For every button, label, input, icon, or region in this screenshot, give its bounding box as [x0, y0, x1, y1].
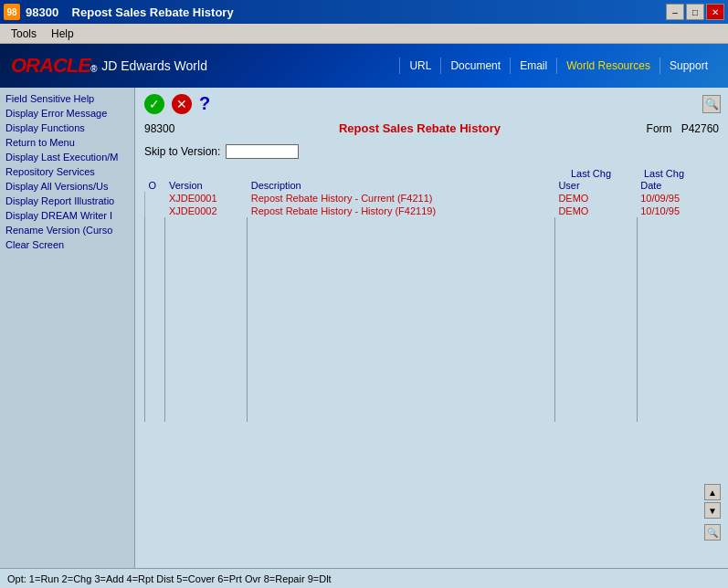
- sidebar-item-display-functions[interactable]: Display Functions: [0, 121, 134, 135]
- table-row[interactable]: XJDE0001 Repost Rebate History - Current…: [145, 192, 720, 205]
- nav-url[interactable]: URL: [399, 58, 440, 74]
- empty-row: [145, 217, 720, 230]
- form-id: Form P42760: [647, 122, 719, 135]
- ok-button[interactable]: ✓: [144, 94, 164, 114]
- empty-row: [145, 371, 720, 383]
- cell-user: DEMO: [554, 205, 637, 217]
- sidebar-item-display-last-execution[interactable]: Display Last Execution/M: [0, 150, 134, 164]
- col-header-description: Description: [248, 179, 555, 192]
- col-header-o: O: [145, 179, 165, 192]
- help-button[interactable]: ?: [199, 93, 210, 114]
- sidebar: Field Sensitive Help Display Error Messa…: [0, 88, 135, 568]
- scroll-buttons: ▲ ▼ 🔍: [704, 484, 721, 541]
- col-header-version: Version: [165, 179, 248, 192]
- empty-row: [145, 320, 720, 332]
- empty-row: [145, 243, 720, 256]
- cell-date: 10/09/95: [637, 192, 719, 205]
- status-bar: Opt: 1=Run 2=Chg 3=Add 4=Rpt Dist 5=Cove…: [0, 568, 728, 588]
- sidebar-item-field-sensitive-help[interactable]: Field Sensitive Help: [0, 91, 134, 106]
- cancel-button[interactable]: ✕: [172, 94, 192, 114]
- form-title: Repost Sales Rebate History: [193, 121, 646, 135]
- close-button[interactable]: ✕: [706, 4, 724, 20]
- title-bar-text: 98300 Repost Sales Rebate History: [26, 5, 666, 19]
- jde-world-text: JD Edwards World: [101, 58, 207, 73]
- cell-o: [145, 205, 165, 217]
- empty-row: [145, 345, 720, 358]
- skip-to-version: Skip to Version:: [144, 144, 719, 159]
- sidebar-item-clear-screen[interactable]: Clear Screen: [0, 237, 134, 252]
- version-table: O Version Description User Date XJDE0001…: [144, 179, 719, 422]
- title-bar: 98 98300 Repost Sales Rebate History – □…: [0, 0, 728, 24]
- scroll-up-button[interactable]: ▲: [704, 484, 721, 500]
- nav-document[interactable]: Document: [440, 58, 510, 74]
- empty-row: [145, 230, 720, 243]
- skip-input[interactable]: [226, 144, 299, 159]
- title-bar-controls: – □ ✕: [666, 4, 724, 20]
- content-area: 🔍 ✓ ✕ ? 98300 Repost Sales Rebate Histor…: [135, 88, 728, 568]
- menu-bar: Tools Help: [0, 24, 728, 44]
- cell-description: Repost Rebate History - Current (F4211): [248, 192, 555, 205]
- sidebar-item-repository-services[interactable]: Repository Services: [0, 164, 134, 179]
- nav-world-resources[interactable]: World Resources: [556, 58, 659, 74]
- sidebar-item-display-all-versions[interactable]: Display All Versions/Us: [0, 179, 134, 194]
- oracle-logo: ORACLE®: [11, 54, 96, 78]
- empty-row: [145, 294, 720, 307]
- form-number: 98300: [144, 122, 174, 135]
- empty-row: [145, 281, 720, 294]
- empty-row: [145, 268, 720, 281]
- main-area: Field Sensitive Help Display Error Messa…: [0, 88, 728, 568]
- header-nav: URL Document Email World Resources Suppo…: [399, 58, 717, 74]
- table-row[interactable]: XJDE0002 Repost Rebate History - History…: [145, 205, 720, 217]
- nav-support[interactable]: Support: [659, 58, 717, 74]
- empty-row: [145, 358, 720, 371]
- app-icon: 98: [4, 4, 20, 20]
- empty-row: [145, 332, 720, 345]
- cell-date: 10/10/95: [637, 205, 719, 217]
- empty-row: [145, 383, 720, 396]
- empty-row: [145, 396, 720, 409]
- sidebar-item-return-to-menu[interactable]: Return to Menu: [0, 135, 134, 150]
- last-chg-header-2: Last Chg: [628, 168, 701, 179]
- toolbar: ✓ ✕ ?: [144, 93, 719, 114]
- cell-description: Repost Rebate History - History (F42119): [248, 205, 555, 217]
- menu-help[interactable]: Help: [44, 26, 81, 42]
- cell-version[interactable]: XJDE0001: [165, 192, 248, 205]
- cell-user: DEMO: [554, 192, 637, 205]
- skip-label: Skip to Version:: [144, 145, 220, 158]
- cell-o: [145, 192, 165, 205]
- last-chg-header-row: Last Chg Last Chg: [144, 168, 719, 179]
- empty-row: [145, 409, 720, 422]
- sidebar-item-display-report-illustration[interactable]: Display Report Illustratio: [0, 194, 134, 208]
- empty-row: [145, 307, 720, 320]
- form-header: 98300 Repost Sales Rebate History Form P…: [144, 121, 719, 135]
- col-header-date: Date: [637, 179, 719, 192]
- minimize-button[interactable]: –: [666, 4, 684, 20]
- col-header-user: User: [554, 179, 637, 192]
- menu-tools[interactable]: Tools: [4, 26, 44, 42]
- table-header: O Version Description User Date: [145, 179, 720, 192]
- restore-button[interactable]: □: [686, 4, 704, 20]
- nav-email[interactable]: Email: [510, 58, 556, 74]
- status-text: Opt: 1=Run 2=Chg 3=Add 4=Rpt Dist 5=Cove…: [7, 573, 332, 584]
- sidebar-item-rename-version[interactable]: Rename Version (Curso: [0, 223, 134, 237]
- zoom-out-button[interactable]: 🔍: [704, 524, 721, 541]
- last-chg-header-1: Last Chg: [554, 168, 628, 179]
- cell-version[interactable]: XJDE0002: [165, 205, 248, 217]
- empty-row: [145, 256, 720, 268]
- oracle-header: ORACLE® JD Edwards World URL Document Em…: [0, 44, 728, 88]
- scroll-down-button[interactable]: ▼: [704, 502, 721, 519]
- search-icon[interactable]: 🔍: [702, 95, 721, 113]
- sidebar-item-display-error-message[interactable]: Display Error Message: [0, 106, 134, 121]
- sidebar-item-display-dream-writer[interactable]: Display DREAM Writer I: [0, 208, 134, 223]
